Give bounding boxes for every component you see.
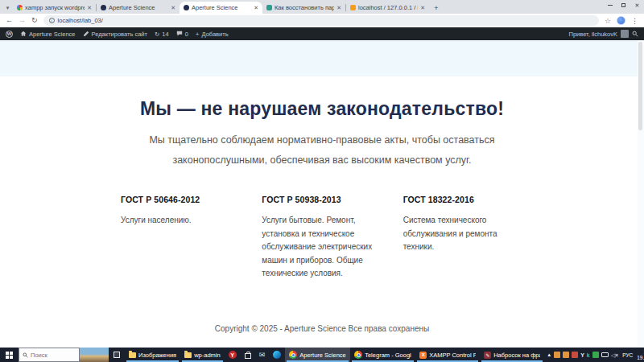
adminbar-comments[interactable]: 0 <box>176 31 188 38</box>
tray-kaspersky-icon[interactable]: k <box>587 352 590 358</box>
tab-title: Как восстановить пароль ад... <box>275 4 334 11</box>
tab-xampp-search[interactable]: xampp запуск wordpress - По... ✕ <box>13 2 96 14</box>
window-maximize-button[interactable] <box>617 0 630 10</box>
window-controls: ✕ <box>603 0 644 10</box>
back-icon[interactable]: ← <box>6 17 13 24</box>
taskbar-app-snip-sketch[interactable]: ✎ Набросок на фра... <box>480 348 544 362</box>
tray-app-icon[interactable] <box>554 352 560 358</box>
hero-band <box>0 40 644 76</box>
taskbar-clock[interactable]: 13:12 19.12.2025 <box>637 349 644 361</box>
page-title: Мы — не нарушаем законодательство! <box>0 98 644 120</box>
start-button[interactable] <box>0 348 19 362</box>
task-view-button[interactable] <box>109 348 125 362</box>
xampp-icon: X <box>419 352 427 359</box>
tray-app-icon[interactable] <box>572 352 578 358</box>
tab-title: Aperture Science <box>192 4 251 11</box>
mail-icon: ✉ <box>259 352 266 359</box>
standard-card: ГОСТ 18322-2016 Система технического обс… <box>403 195 528 281</box>
google-favicon <box>17 5 23 10</box>
standard-title: ГОСТ Р 50646-2012 <box>121 195 246 204</box>
taskbar-app-edge[interactable] <box>269 348 285 362</box>
tab-close-icon[interactable]: ✕ <box>336 5 341 11</box>
adminbar-add-new[interactable]: + Добавить <box>196 31 229 38</box>
taskbar-app-mail[interactable]: ✉ <box>255 348 270 362</box>
page-content: Мы — не нарушаем законодательство! Мы тщ… <box>0 40 644 348</box>
standard-description: Система технического обслуживания и ремо… <box>403 214 528 254</box>
taskbar-app-chrome-telegram[interactable]: Telegram - Google... <box>350 348 415 362</box>
taskbar-app-xampp[interactable]: X XAMPP Control Pa... <box>415 348 480 362</box>
tray-yandex-icon[interactable]: Y <box>580 352 584 358</box>
snip-sketch-icon: ✎ <box>484 352 491 359</box>
aperture-favicon <box>184 5 189 10</box>
taskbar-app-wp-admin[interactable]: wp-admin <box>180 348 225 362</box>
tab-password-help[interactable]: Как восстановить пароль ад... ✕ <box>262 2 345 14</box>
windows-taskbar: Изображения wp-admin Y ✉ Aperture Scienc… <box>0 348 644 362</box>
new-tab-button[interactable]: + <box>431 2 442 14</box>
standard-description: Услуги бытовые. Ремонт, установка и техн… <box>262 214 386 281</box>
search-icon <box>23 352 28 358</box>
search-highlight-image[interactable] <box>80 348 109 362</box>
system-tray: ▲ Y k ◁× РУС 13:12 19.12.2025 <box>544 348 644 362</box>
comment-icon <box>176 31 183 37</box>
adminbar-greeting[interactable]: Привет, ilchukovK <box>569 31 617 38</box>
folder-icon <box>184 352 192 358</box>
browser-tab-bar: ▾ xampp запуск wordpress - По... ✕ Apert… <box>0 0 644 14</box>
site-info-icon[interactable]: i <box>49 18 55 23</box>
standards-columns: ГОСТ Р 50646-2012 Услуги населению. ГОСТ… <box>121 195 528 281</box>
taskbar-app-chrome-aperture[interactable]: Aperture Science - ... <box>285 348 350 362</box>
standard-description: Услуги населению. <box>121 214 246 228</box>
browser-toolbar: ← → ↻ i localhost/lab_03/ ☆ ⋮ <box>0 14 644 27</box>
language-indicator[interactable]: РУС <box>621 352 634 358</box>
tab-close-icon[interactable]: ✕ <box>87 5 92 11</box>
reload-icon[interactable]: ↻ <box>31 17 38 24</box>
clock-time: 13:12 <box>637 349 644 356</box>
tab-aperture-1[interactable]: Aperture Science ✕ <box>97 2 180 14</box>
standard-title: ГОСТ 18322-2016 <box>403 195 528 204</box>
scrollbar-thumb[interactable] <box>638 42 642 130</box>
tab-close-icon[interactable]: ✕ <box>254 5 258 11</box>
tray-app-icon[interactable] <box>563 352 569 358</box>
site-favicon <box>266 5 272 10</box>
microsoft-store-icon <box>245 353 251 359</box>
windows-logo-icon <box>6 352 13 359</box>
adminbar-updates[interactable]: ↻ 14 <box>155 31 169 38</box>
scrollbar[interactable] <box>638 40 644 348</box>
adminbar-edit-site[interactable]: Редактировать сайт <box>83 31 147 38</box>
tab-title: Aperture Science <box>109 4 168 11</box>
volume-icon[interactable]: ◁× <box>611 352 618 358</box>
network-display-icon[interactable] <box>601 352 609 357</box>
taskbar-app-yandex[interactable]: Y <box>225 348 241 362</box>
wordpress-logo-icon[interactable]: W <box>6 31 13 38</box>
phpmyadmin-favicon <box>350 5 356 10</box>
standard-card: ГОСТ Р 50646-2012 Услуги населению. <box>121 195 246 281</box>
tab-close-icon[interactable]: ✕ <box>171 5 175 11</box>
user-avatar[interactable] <box>621 30 629 38</box>
aperture-favicon <box>101 5 106 10</box>
window-close-button[interactable]: ✕ <box>630 0 644 10</box>
url-text[interactable]: localhost/lab_03/ <box>58 17 103 24</box>
profile-avatar[interactable] <box>617 16 625 25</box>
tray-expand-icon[interactable]: ▲ <box>547 352 551 357</box>
standard-card: ГОСТ Р 50938-2013 Услуги бытовые. Ремонт… <box>262 195 386 281</box>
edge-icon <box>273 351 281 359</box>
tab-close-icon[interactable]: ✕ <box>420 5 425 11</box>
forward-icon[interactable]: → <box>19 17 26 24</box>
browser-menu-icon[interactable]: ⋮ <box>631 17 638 25</box>
taskbar-app-store[interactable] <box>241 348 255 362</box>
folder-icon <box>129 352 136 358</box>
tab-title: xampp запуск wordpress - По... <box>25 4 85 11</box>
tab-search-chevron-icon[interactable]: ▾ <box>2 2 13 14</box>
tray-app-icon[interactable] <box>592 352 599 358</box>
taskbar-search[interactable] <box>19 348 80 362</box>
tab-aperture-active[interactable]: Aperture Science ✕ <box>180 2 262 14</box>
tab-phpmyadmin[interactable]: localhost / 127.0.0.1 / lab_03_... ✕ <box>346 2 429 14</box>
taskbar-search-input[interactable] <box>31 352 76 359</box>
brush-icon <box>83 31 89 37</box>
taskbar-app-images[interactable]: Изображения <box>125 348 180 362</box>
address-bar[interactable]: i localhost/lab_03/ <box>43 15 599 26</box>
bookmark-star-icon[interactable]: ☆ <box>605 17 611 25</box>
page-footer: Copyright © 2025 - Aperture Science Все … <box>0 324 644 333</box>
adminbar-site-name[interactable]: Aperture Science <box>20 31 76 38</box>
window-minimize-button[interactable] <box>603 0 617 10</box>
search-icon[interactable] <box>632 31 638 37</box>
